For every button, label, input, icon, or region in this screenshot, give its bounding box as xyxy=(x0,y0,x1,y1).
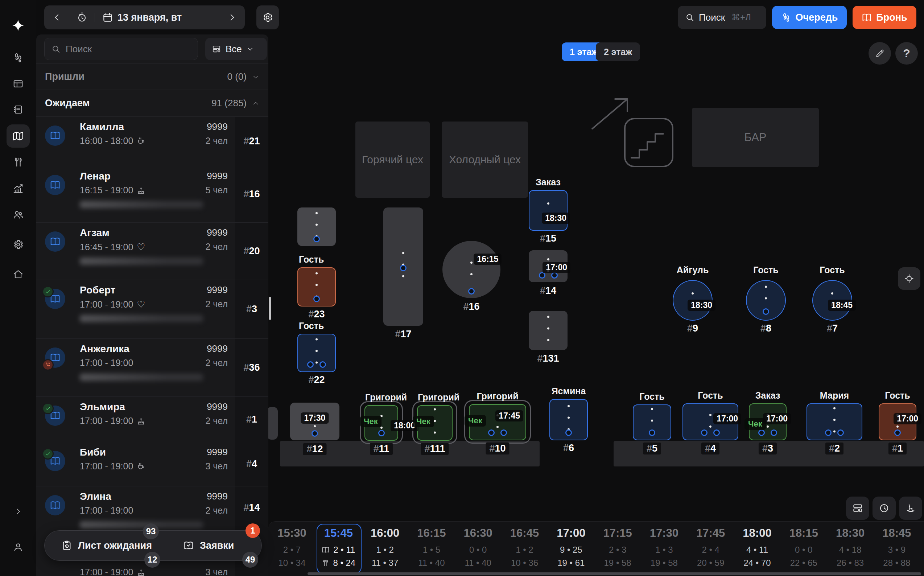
requests-button[interactable]: Заявки xyxy=(183,540,234,551)
table-22[interactable]: Гость#22 xyxy=(297,334,336,372)
table-2[interactable]: Мария#2 xyxy=(807,403,862,440)
table-6[interactable]: Ясмина#6 xyxy=(549,399,588,440)
section-arrived[interactable]: Пришли 0 (0) xyxy=(36,64,269,90)
deposit-amount: 9999 xyxy=(207,171,228,182)
timeslot-17:15[interactable]: 17:152 • 319 • 58 xyxy=(595,527,640,568)
table-131[interactable]: #131 xyxy=(529,311,568,350)
guest-row[interactable]: Анжелика17:00 - 19:0099992 чел#36 xyxy=(36,339,269,397)
table-111[interactable]: ГригорийЧек#111 xyxy=(417,405,452,441)
guest-row[interactable]: Камилла16:00 - 18:0099992 чел#21 xyxy=(36,117,269,166)
chevron-right-icon xyxy=(14,507,22,516)
timeslot-time: 17:30 xyxy=(641,527,686,540)
timeslot-17:00[interactable]: 17:009 • 2519 • 61 xyxy=(549,527,594,568)
timeslot-15:45[interactable]: 15:452 • 118 • 24 xyxy=(316,527,361,568)
timeslot-18:45[interactable]: 18:453 • 928 • 88 xyxy=(874,527,919,568)
rail-item-chart[interactable] xyxy=(6,177,30,200)
timeslot-16:00[interactable]: 16:001 • 211 • 37 xyxy=(363,527,408,568)
guest-note-blurred xyxy=(80,258,203,265)
rail-item-home[interactable] xyxy=(6,262,30,286)
table-7[interactable]: Гость18:45#7 xyxy=(812,280,852,321)
rail-item-gear[interactable] xyxy=(6,233,30,256)
table-9[interactable]: Айгуль18:30#9 xyxy=(673,280,713,321)
timeslot-17:30[interactable]: 17:301 • 319 • 58 xyxy=(641,527,686,568)
timeslot-17:45[interactable]: 17:452 • 420 • 59 xyxy=(688,527,733,568)
table-12[interactable]: 17:30#12 xyxy=(290,403,339,440)
expand-rail-button[interactable] xyxy=(10,504,26,519)
timeslot-guests: 10 • 36 xyxy=(502,558,547,568)
edit-floor-button[interactable] xyxy=(868,42,891,64)
panel-scrollbar[interactable] xyxy=(269,297,271,320)
timeslot-bookings: 1 • 3 xyxy=(641,545,686,555)
crosshair-icon xyxy=(904,273,914,284)
prev-day-button[interactable] xyxy=(52,13,62,22)
layout-toggle-button[interactable] xyxy=(846,496,869,520)
timeslot-18:15[interactable]: 18:150 • 022 • 65 xyxy=(781,527,826,568)
rail-item-footprints[interactable] xyxy=(6,46,30,69)
timeslot-16:30[interactable]: 16:300 • 011 • 40 xyxy=(456,527,500,568)
table[interactable] xyxy=(297,208,336,246)
timeslot-18:30[interactable]: 18:304 • 1826 • 83 xyxy=(828,527,873,568)
rail-item-cutlery[interactable] xyxy=(6,150,30,174)
table-1[interactable]: Гость17:00#1 xyxy=(879,403,916,440)
timeslot-16:45[interactable]: 16:451 • 210 • 36 xyxy=(502,527,547,568)
search-label: Поиск xyxy=(699,12,725,23)
next-day-button[interactable] xyxy=(227,13,237,22)
timeslot-15:30[interactable]: 15:302 • 710 • 34 xyxy=(269,527,314,568)
table-17[interactable]: #17 xyxy=(383,208,423,326)
date-picker[interactable]: 13 января, вт xyxy=(102,12,182,23)
filter-dropdown[interactable]: Все xyxy=(205,38,267,60)
rail-item-people[interactable] xyxy=(6,203,30,226)
waitlist-button[interactable]: Лист ожидания xyxy=(61,540,152,551)
active-seat-rings xyxy=(565,429,572,436)
table-11[interactable]: ГригорийЧек18:00#11 xyxy=(364,405,398,441)
seating-view-button[interactable] xyxy=(899,496,922,520)
rail-item-table-layout[interactable] xyxy=(6,72,30,95)
table-15[interactable]: Заказ18:30#15 xyxy=(529,190,568,231)
rail-item-map[interactable] xyxy=(6,125,30,148)
active-seat-rings xyxy=(763,308,769,315)
timeline-scrollbar[interactable] xyxy=(307,572,921,575)
history-button[interactable] xyxy=(77,12,87,23)
settings-button[interactable] xyxy=(256,5,279,29)
queue-button[interactable]: Очередь xyxy=(772,6,847,29)
table-8[interactable]: Гость#8 xyxy=(746,280,786,321)
time-view-button[interactable] xyxy=(873,496,896,520)
rail-item-notebook[interactable] xyxy=(6,98,30,121)
table-5[interactable]: Гость#5 xyxy=(633,405,671,440)
booking-button[interactable]: Бронь xyxy=(852,6,916,29)
reservation-book-icon xyxy=(45,125,65,146)
check-icon xyxy=(45,288,51,295)
guest-note-blurred xyxy=(80,315,203,322)
table-3[interactable]: ЗаказЧек17:00#3 xyxy=(749,403,787,440)
timeslot-time: 16:15 xyxy=(409,527,454,540)
table-4[interactable]: Гость17:00#4 xyxy=(683,403,739,440)
guest-row[interactable]: Роберт17:00 - 19:00♡99992 чел#3 xyxy=(36,280,269,339)
table-10[interactable]: ГригорийЧек17:45#10 xyxy=(469,404,526,440)
table-number: #1 xyxy=(235,397,269,442)
locate-button[interactable] xyxy=(898,267,920,290)
user-icon xyxy=(13,542,24,552)
timeslot-16:15[interactable]: 16:151 • 511 • 40 xyxy=(409,527,454,568)
timeslot-18:00[interactable]: 18:004 • 1124 • 70 xyxy=(735,527,780,568)
guest-row[interactable]: Агзам16:45 - 19:00♡99992 чел#20 xyxy=(36,223,269,280)
guest-row[interactable]: Элина17:00 - 19:0099992 чел#14 xyxy=(36,486,269,529)
table-14[interactable]: 17:00#14 xyxy=(529,250,568,282)
reservation-time-chip: 17:00 xyxy=(894,413,921,424)
table-number-label: #131 xyxy=(537,353,559,364)
guest-row[interactable]: Эльмира17:00 - 19:0099992 чел#1 xyxy=(36,397,269,442)
table-16[interactable]: 16:15#16 xyxy=(443,241,500,298)
table[interactable] xyxy=(267,407,278,440)
table-23[interactable]: Гость#23 xyxy=(297,267,336,307)
floor-tab-2[interactable]: 2 этаж xyxy=(596,42,640,61)
deposit-amount: 9999 xyxy=(207,491,228,502)
list-search-input[interactable]: Поиск xyxy=(44,38,198,60)
profile-button[interactable] xyxy=(10,538,27,556)
help-button[interactable]: ? xyxy=(895,42,918,64)
guest-row[interactable]: Ленар16:15 - 19:0099995 чел#16 xyxy=(36,166,269,223)
table-number-label: #12 xyxy=(303,443,326,455)
guest-row[interactable]: Биби17:00 - 19:0099993 чел#4 xyxy=(36,442,269,486)
section-waiting[interactable]: Ожидаем 91 (285) xyxy=(36,90,269,117)
timeslot-time: 18:00 xyxy=(735,527,780,540)
app-logo[interactable] xyxy=(6,14,30,37)
global-search-button[interactable]: Поиск ⌘+Л xyxy=(678,6,766,29)
